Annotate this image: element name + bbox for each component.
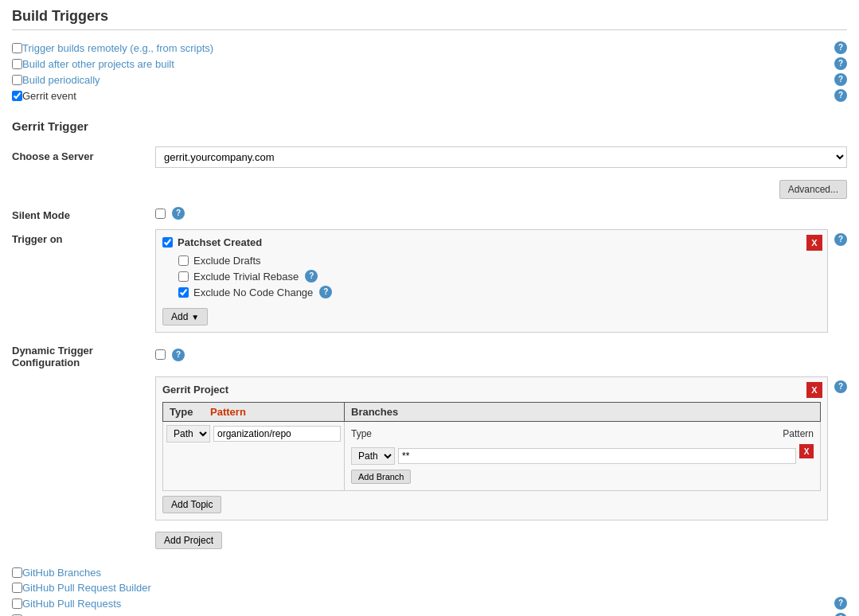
server-control: gerrit.yourcompany.com <box>155 146 847 168</box>
dynamic-trigger-row: Dynamic Trigger Configuration ? <box>12 341 847 368</box>
trigger-after-help-icon[interactable]: ? <box>834 57 847 70</box>
silent-mode-checkbox[interactable] <box>155 209 166 219</box>
gerrit-trigger-title: Gerrit Trigger <box>12 119 847 133</box>
github-branches-item: GitHub Branches <box>12 565 847 580</box>
trigger-item-periodic: Build periodically ? <box>12 72 847 88</box>
page-container: Build Triggers Trigger builds remotely (… <box>0 0 859 616</box>
trigger-periodic-checkbox[interactable] <box>12 75 22 85</box>
gerrit-project-area: X Gerrit Project Type Pattern Branches <box>155 376 828 549</box>
github-hook-help-icon[interactable]: ? <box>834 613 847 616</box>
github-branches-checkbox[interactable] <box>12 567 22 578</box>
gerrit-project-row: X Gerrit Project Type Pattern Branches <box>12 376 847 549</box>
trigger-item-after: Build after other projects are built ? <box>12 56 847 72</box>
add-branch-button[interactable]: Add Branch <box>351 470 411 484</box>
project-pattern-input[interactable] <box>213 426 341 442</box>
github-pull-requests-item: GitHub Pull Requests ? <box>12 595 847 611</box>
project-type-select[interactable]: Path <box>166 425 210 443</box>
trigger-gerrit-help-icon[interactable]: ? <box>834 89 847 102</box>
advanced-row: Advanced... <box>12 180 847 199</box>
type-column-header: Type Pattern <box>163 403 345 422</box>
dynamic-trigger-label: Dynamic Trigger Configuration <box>12 341 155 368</box>
dynamic-trigger-help-icon[interactable]: ? <box>172 349 185 361</box>
add-trigger-label: Add <box>171 311 188 322</box>
exclude-nocode-checkbox[interactable] <box>178 287 189 298</box>
pattern-column-header: Pattern <box>210 406 246 418</box>
branch-pattern-input[interactable] <box>398 448 796 464</box>
trigger-list: Trigger builds remotely (e.g., from scri… <box>12 40 847 103</box>
exclude-drafts-label: Exclude Drafts <box>193 255 261 267</box>
patchset-title: Patchset Created <box>178 236 262 248</box>
silent-mode-help-icon[interactable]: ? <box>172 207 185 220</box>
server-label: Choose a Server <box>12 146 155 162</box>
trigger-on-content: X Patchset Created Exclude Drafts Exclud… <box>155 229 828 333</box>
github-hook-label[interactable]: GitHub hook trigger for GITScm polling <box>22 614 201 617</box>
exclude-trivial-help-icon[interactable]: ? <box>305 270 318 283</box>
branch-row-container: X Path <box>351 444 814 465</box>
server-select[interactable]: gerrit.yourcompany.com <box>155 146 847 168</box>
trigger-gerrit-label[interactable]: Gerrit event <box>22 90 76 102</box>
github-pull-builder-checkbox[interactable] <box>12 583 22 593</box>
trigger-on-label: Trigger on <box>12 229 155 245</box>
trigger-remote-help-icon[interactable]: ? <box>834 41 847 54</box>
gerrit-project-help-icon[interactable]: ? <box>834 380 847 393</box>
dynamic-trigger-checkbox[interactable] <box>155 349 166 360</box>
branch-type-header: Type <box>351 428 372 439</box>
github-pull-requests-checkbox[interactable] <box>12 598 22 609</box>
patchset-close-button[interactable]: X <box>806 235 822 251</box>
trigger-item-remote: Trigger builds remotely (e.g., from scri… <box>12 40 847 56</box>
gerrit-project-close-button[interactable]: X <box>806 382 822 398</box>
server-row: Choose a Server gerrit.yourcompany.com <box>12 142 847 172</box>
branch-type-pattern-row: Path <box>351 447 814 465</box>
trigger-remote-checkbox[interactable] <box>12 43 22 53</box>
branches-header: Type Pattern <box>351 428 814 439</box>
branch-pattern-header: Pattern <box>783 428 814 439</box>
branch-type-select[interactable]: Path <box>351 447 395 465</box>
trigger-periodic-help-icon[interactable]: ? <box>834 73 847 86</box>
bottom-triggers: GitHub Branches GitHub Pull Request Buil… <box>12 565 847 616</box>
github-pull-builder-item: GitHub Pull Request Builder <box>12 580 847 595</box>
add-project-button[interactable]: Add Project <box>155 532 222 549</box>
exclude-drafts-checkbox[interactable] <box>178 255 189 266</box>
github-hook-item: GitHub hook trigger for GITScm polling ? <box>12 611 847 616</box>
advanced-button[interactable]: Advanced... <box>779 180 847 199</box>
trigger-item-gerrit: Gerrit event ? <box>12 88 847 103</box>
silent-mode-label: Silent Mode <box>12 205 155 221</box>
trigger-periodic-label[interactable]: Build periodically <box>22 74 100 86</box>
table-row: Path Type Pattern <box>163 422 821 491</box>
exclude-nocode-help-icon[interactable]: ? <box>319 286 332 298</box>
exclude-trivial-checkbox[interactable] <box>178 271 189 282</box>
branches-cell: Type Pattern X Path <box>345 422 821 491</box>
exclude-nocode-row: Exclude No Code Change ? <box>178 286 821 298</box>
project-table-header-row: Type Pattern Branches <box>163 403 821 422</box>
branch-close-button[interactable]: X <box>799 444 814 458</box>
page-title: Build Triggers <box>12 8 847 30</box>
trigger-on-row: Trigger on X Patchset Created Exclude Dr… <box>12 229 847 333</box>
exclude-nocode-label: Exclude No Code Change <box>193 287 313 298</box>
gerrit-project-title: Gerrit Project <box>162 384 821 396</box>
trigger-on-help-icon[interactable]: ? <box>834 233 847 246</box>
exclude-drafts-row: Exclude Drafts <box>178 255 821 267</box>
type-pattern-cell: Path <box>163 422 345 491</box>
patchset-checkbox[interactable] <box>162 237 173 248</box>
exclude-trivial-row: Exclude Trivial Rebase ? <box>178 270 821 283</box>
patchset-header: Patchset Created <box>162 236 821 248</box>
trigger-gerrit-checkbox[interactable] <box>12 91 22 101</box>
silent-mode-row: Silent Mode ? <box>12 205 847 221</box>
trigger-after-label[interactable]: Build after other projects are built <box>22 58 174 70</box>
exclude-trivial-label: Exclude Trivial Rebase <box>193 271 299 283</box>
trigger-after-checkbox[interactable] <box>12 59 22 69</box>
add-trigger-dropdown-icon: ▼ <box>191 313 199 322</box>
github-pull-builder-label[interactable]: GitHub Pull Request Builder <box>22 582 151 594</box>
github-branches-label[interactable]: GitHub Branches <box>22 567 101 579</box>
branches-column-header: Branches <box>345 403 821 422</box>
gerrit-project-section: X Gerrit Project Type Pattern Branches <box>155 376 828 520</box>
add-topic-button[interactable]: Add Topic <box>162 496 221 513</box>
github-pull-requests-label[interactable]: GitHub Pull Requests <box>22 598 121 610</box>
trigger-remote-label[interactable]: Trigger builds remotely (e.g., from scri… <box>22 42 213 54</box>
project-table: Type Pattern Branches <box>162 402 821 491</box>
github-pull-requests-help-icon[interactable]: ? <box>834 597 847 610</box>
add-trigger-button[interactable]: Add ▼ <box>162 308 208 326</box>
